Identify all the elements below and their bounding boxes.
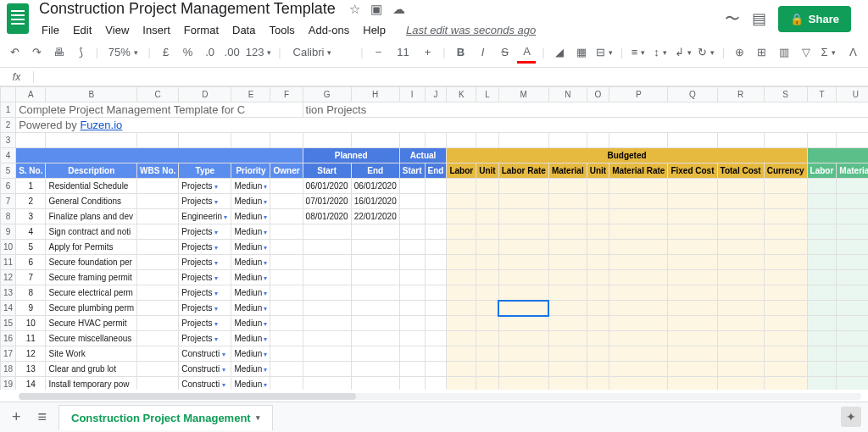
col-header[interactable]: B [46, 87, 137, 102]
cell-sno[interactable]: 9 [16, 301, 46, 316]
wrap-button[interactable]: ↲ [673, 42, 693, 64]
col-header[interactable]: H [351, 87, 399, 102]
cell-wbs[interactable] [137, 301, 179, 316]
row-header[interactable]: 6 [1, 179, 16, 194]
comment-button[interactable]: ⊞ [753, 42, 771, 64]
col-header[interactable]: R [717, 87, 764, 102]
cell-owner[interactable] [270, 179, 303, 194]
increase-decimal-button[interactable]: .00 [223, 42, 242, 64]
cell-priority-dropdown[interactable]: Mediun [231, 240, 270, 255]
cell-wbs[interactable] [137, 316, 179, 331]
menu-file[interactable]: File [36, 21, 65, 39]
col-header[interactable]: C [137, 87, 179, 102]
cell-type-dropdown[interactable]: Projects [179, 301, 231, 316]
menu-addons[interactable]: Add-ons [303, 21, 355, 39]
col-header[interactable]: F [270, 87, 303, 102]
strike-button[interactable]: S [495, 42, 514, 64]
cell-sno[interactable]: 13 [16, 362, 46, 377]
decrease-decimal-button[interactable]: .0 [201, 42, 220, 64]
col-header[interactable]: D [179, 87, 231, 102]
star-icon[interactable]: ☆ [347, 2, 362, 17]
cell-sno[interactable]: 2 [16, 194, 46, 209]
cell-description[interactable]: Install temporary pow [46, 377, 137, 390]
cell-wbs[interactable] [137, 346, 179, 362]
last-edit-label[interactable]: Last edit was seconds ago [400, 21, 542, 39]
number-format-button[interactable]: 123 [245, 42, 273, 64]
spreadsheet-grid[interactable]: ABCDEFGHIJKLMNOPQRSTUVWX1Complete Projec… [0, 86, 868, 390]
rotate-button[interactable]: ↻ [696, 42, 716, 64]
font-select[interactable]: Calibri [287, 42, 355, 64]
cell-priority-dropdown[interactable]: Mediun [231, 255, 270, 270]
cell-owner[interactable] [270, 316, 303, 331]
col-header[interactable]: O [587, 87, 609, 102]
cell-wbs[interactable] [137, 179, 179, 194]
row-header[interactable]: 11 [1, 255, 16, 270]
cell-owner[interactable] [270, 377, 303, 390]
row-header[interactable]: 18 [1, 362, 16, 377]
col-header[interactable]: E [231, 87, 270, 102]
fill-color-button[interactable]: ◢ [550, 42, 569, 64]
cell-sno[interactable]: 11 [16, 331, 46, 346]
add-sheet-button[interactable]: + [7, 408, 26, 426]
col-header[interactable]: T [807, 87, 837, 102]
cell-description[interactable]: Site Work [46, 346, 137, 362]
toolbar-collapse-button[interactable]: ᐱ [844, 42, 863, 64]
col-header[interactable]: N [548, 87, 587, 102]
col-header[interactable]: S [764, 87, 807, 102]
cell-type-dropdown[interactable]: Projects [179, 331, 231, 346]
valign-button[interactable]: ↕ [651, 42, 670, 64]
cell-sno[interactable]: 5 [16, 240, 46, 255]
cell-owner[interactable] [270, 240, 303, 255]
cell-sno[interactable]: 8 [16, 285, 46, 301]
app-icon[interactable] [7, 3, 29, 34]
cell-wbs[interactable] [137, 331, 179, 346]
cell-owner[interactable] [270, 255, 303, 270]
font-size-increase[interactable]: + [419, 42, 437, 64]
italic-button[interactable]: I [473, 42, 492, 64]
cell-priority-dropdown[interactable]: Mediun [231, 346, 270, 362]
row-header[interactable]: 14 [1, 301, 16, 316]
sheet-tab-active[interactable]: Construction Project Management [58, 405, 273, 430]
cell-wbs[interactable] [137, 224, 179, 240]
row-header[interactable]: 1 [1, 102, 16, 118]
cell-sno[interactable]: 4 [16, 224, 46, 240]
menu-edit[interactable]: Edit [67, 21, 97, 39]
bold-button[interactable]: B [451, 42, 470, 64]
cell-sno[interactable]: 14 [16, 377, 46, 390]
cell-priority-dropdown[interactable]: Mediun [231, 285, 270, 301]
cell-description[interactable]: Residential Schedule [46, 179, 137, 194]
cell-owner[interactable] [270, 331, 303, 346]
menu-view[interactable]: View [99, 21, 135, 39]
cell-owner[interactable] [270, 362, 303, 377]
cell-description[interactable]: Secure electrical perm [46, 285, 137, 301]
cell-description[interactable]: Secure foundation per [46, 255, 137, 270]
share-button[interactable]: 🔒Share [778, 6, 851, 32]
percent-button[interactable]: % [179, 42, 198, 64]
cell-owner[interactable] [270, 270, 303, 285]
cell-wbs[interactable] [137, 209, 179, 224]
menu-data[interactable]: Data [226, 21, 261, 39]
cell-priority-dropdown[interactable]: Mediun [231, 301, 270, 316]
cell-type-dropdown[interactable]: Constructi [179, 362, 231, 377]
cell-description[interactable]: Apply for Permits [46, 240, 137, 255]
cell-sno[interactable]: 1 [16, 179, 46, 194]
filter-button[interactable]: ▽ [797, 42, 815, 64]
cell-wbs[interactable] [137, 255, 179, 270]
cell-description[interactable]: Secure miscellaneous [46, 331, 137, 346]
cell-type-dropdown[interactable]: Projects [179, 240, 231, 255]
currency-button[interactable]: £ [157, 42, 175, 64]
col-header[interactable]: M [498, 87, 548, 102]
cell-sno[interactable]: 12 [16, 346, 46, 362]
cell-priority-dropdown[interactable]: Mediun [231, 209, 270, 224]
cell-priority-dropdown[interactable]: Mediun [231, 331, 270, 346]
merge-button[interactable]: ⊟ [594, 42, 615, 64]
cell-priority-dropdown[interactable]: Mediun [231, 362, 270, 377]
row-header[interactable]: 16 [1, 331, 16, 346]
cell-priority-dropdown[interactable]: Mediun [231, 194, 270, 209]
text-color-button[interactable]: A [517, 42, 536, 64]
horizontal-scrollbar[interactable] [19, 393, 861, 402]
cell-sno[interactable]: 10 [16, 316, 46, 331]
cell-type-dropdown[interactable]: Engineerin [179, 209, 231, 224]
font-size-decrease[interactable]: − [370, 42, 388, 64]
col-header[interactable]: J [425, 87, 447, 102]
